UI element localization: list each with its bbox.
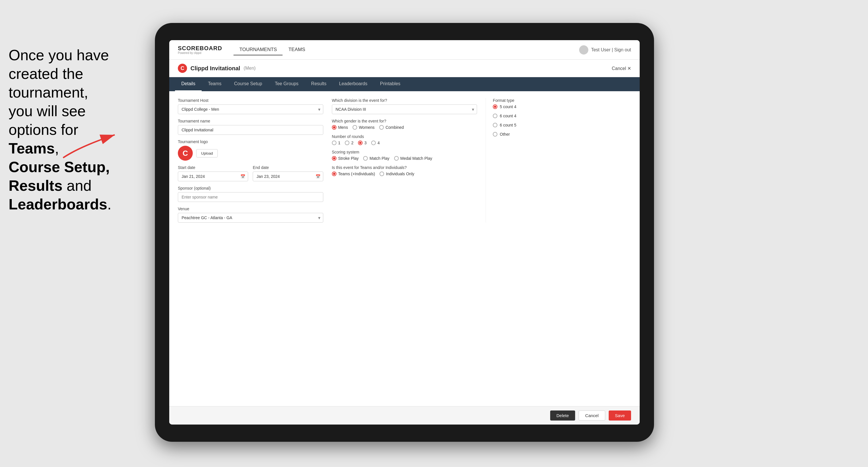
nav-tournaments[interactable]: TOURNAMENTS <box>234 44 283 55</box>
venue-group: Venue Peachtree GC - Atlanta - GA <box>178 207 323 223</box>
format-6count4-radio[interactable] <box>493 114 497 118</box>
team-individuals-radio[interactable] <box>379 172 384 176</box>
gender-mens-radio[interactable] <box>332 125 337 130</box>
rounds-4-radio[interactable] <box>371 141 376 145</box>
rounds-1[interactable]: 1 <box>332 141 340 145</box>
team-individuals-label: Individuals Only <box>386 172 414 176</box>
host-group: Tournament Host Clippd College - Men <box>178 98 323 114</box>
tablet-screen: SCOREBOARD Powered by clippd TOURNAMENTS… <box>169 40 640 425</box>
gender-label: Which gender is the event for? <box>332 119 477 123</box>
team-individuals[interactable]: Individuals Only <box>379 172 414 176</box>
rounds-1-radio[interactable] <box>332 141 337 145</box>
format-other-radio[interactable] <box>493 132 497 136</box>
division-select-wrapper: NCAA Division III <box>332 104 477 114</box>
name-group: Tournament name <box>178 119 323 135</box>
format-5count4[interactable]: 5 count 4 <box>493 104 631 109</box>
name-input[interactable] <box>178 125 323 135</box>
tab-results[interactable]: Results <box>305 77 333 91</box>
tab-leaderboards[interactable]: Leaderboards <box>333 77 374 91</box>
cancel-button-top[interactable]: Cancel ✕ <box>612 66 631 71</box>
name-label: Tournament name <box>178 119 323 123</box>
scoring-stroke-radio[interactable] <box>332 156 337 161</box>
logo-upload-area: C Upload <box>178 146 323 161</box>
start-date-group: Start date 📅 <box>178 165 248 181</box>
start-date-icon: 📅 <box>240 174 245 179</box>
division-select[interactable]: NCAA Division III <box>332 104 477 114</box>
format-6count5[interactable]: 6 count 5 <box>493 123 631 127</box>
tab-bar: Details Teams Course Setup Tee Groups Re… <box>169 77 640 91</box>
format-6count5-label: 6 count 5 <box>500 123 516 127</box>
user-label[interactable]: Test User | Sign out <box>591 47 631 53</box>
sponsor-group: Sponsor (optional) <box>178 186 323 202</box>
end-date-input[interactable] <box>253 172 323 181</box>
tab-printables[interactable]: Printables <box>374 77 407 91</box>
end-date-label: End date <box>253 165 323 170</box>
gender-combined[interactable]: Combined <box>379 125 404 130</box>
main-nav: TOURNAMENTS TEAMS <box>234 44 579 55</box>
format-group: Format type 5 count 4 6 count 4 6 count … <box>493 98 631 139</box>
scoring-match-radio[interactable] <box>363 156 368 161</box>
gender-combined-label: Combined <box>385 125 404 130</box>
date-row: Start date 📅 End date 📅 <box>178 165 323 181</box>
user-info: Test User | Sign out <box>579 45 631 55</box>
format-other[interactable]: Other <box>493 132 631 136</box>
scoring-stroke[interactable]: Stroke Play <box>332 156 359 161</box>
team-label: Is this event for Teams and/or Individua… <box>332 165 477 170</box>
cancel-button[interactable]: Cancel <box>579 410 605 421</box>
gender-womens[interactable]: Womens <box>352 125 375 130</box>
scoring-medal-label: Medal Match Play <box>400 156 432 161</box>
venue-select[interactable]: Peachtree GC - Atlanta - GA <box>178 213 323 223</box>
scoring-label: Scoring system <box>332 150 477 154</box>
tab-details[interactable]: Details <box>175 77 202 91</box>
rounds-2[interactable]: 2 <box>345 141 353 145</box>
tab-teams[interactable]: Teams <box>202 77 228 91</box>
format-5count4-radio[interactable] <box>493 104 497 109</box>
user-avatar <box>579 45 588 55</box>
sponsor-input[interactable] <box>178 192 323 202</box>
tournament-gender: (Men) <box>244 66 255 71</box>
gender-group: Which gender is the event for? Mens Wome… <box>332 119 477 130</box>
logo-text: SCOREBOARD <box>178 45 222 51</box>
rounds-label: Number of rounds <box>332 134 477 139</box>
team-radio-group: Teams (+Individuals) Individuals Only <box>332 172 477 176</box>
rounds-3-label: 3 <box>364 141 367 145</box>
tab-course-setup[interactable]: Course Setup <box>228 77 269 91</box>
rounds-group: Number of rounds 1 2 <box>332 134 477 145</box>
arrow-pointer <box>57 123 144 163</box>
rounds-radio-group: 1 2 3 4 <box>332 141 477 145</box>
tournament-name: Clippd Invitational <box>190 65 240 72</box>
division-label: Which division is the event for? <box>332 98 477 103</box>
scoring-stroke-label: Stroke Play <box>338 156 359 161</box>
tournament-icon: C <box>178 64 187 73</box>
sponsor-label: Sponsor (optional) <box>178 186 323 190</box>
rounds-3-radio[interactable] <box>358 141 363 145</box>
gender-combined-radio[interactable] <box>379 125 384 130</box>
gender-radio-group: Mens Womens Combined <box>332 125 477 130</box>
nav-teams[interactable]: TEAMS <box>283 44 311 55</box>
team-teams-radio[interactable] <box>332 172 337 176</box>
tab-tee-groups[interactable]: Tee Groups <box>269 77 305 91</box>
gender-mens[interactable]: Mens <box>332 125 348 130</box>
scoring-medal[interactable]: Medal Match Play <box>394 156 432 161</box>
gender-womens-radio[interactable] <box>352 125 357 130</box>
scoring-medal-radio[interactable] <box>394 156 399 161</box>
format-label: Format type <box>493 98 631 103</box>
content-area: Tournament Host Clippd College - Men Tou… <box>169 91 640 406</box>
team-individuals-group: Is this event for Teams and/or Individua… <box>332 165 477 176</box>
start-date-input[interactable] <box>178 172 248 181</box>
upload-button[interactable]: Upload <box>196 149 218 157</box>
scoring-match[interactable]: Match Play <box>363 156 389 161</box>
format-6count4[interactable]: 6 count 4 <box>493 114 631 118</box>
rounds-3[interactable]: 3 <box>358 141 367 145</box>
scoring-match-label: Match Play <box>369 156 389 161</box>
host-select[interactable]: Clippd College - Men <box>178 104 323 114</box>
format-5count4-label: 5 count 4 <box>500 104 516 109</box>
save-button[interactable]: Save <box>609 410 631 421</box>
rounds-4[interactable]: 4 <box>371 141 380 145</box>
delete-button[interactable]: Delete <box>550 410 575 421</box>
format-6count5-radio[interactable] <box>493 123 497 127</box>
end-date-icon: 📅 <box>315 174 320 179</box>
rounds-2-radio[interactable] <box>345 141 349 145</box>
scoring-group: Scoring system Stroke Play Match Play <box>332 150 477 161</box>
team-teams[interactable]: Teams (+Individuals) <box>332 172 375 176</box>
